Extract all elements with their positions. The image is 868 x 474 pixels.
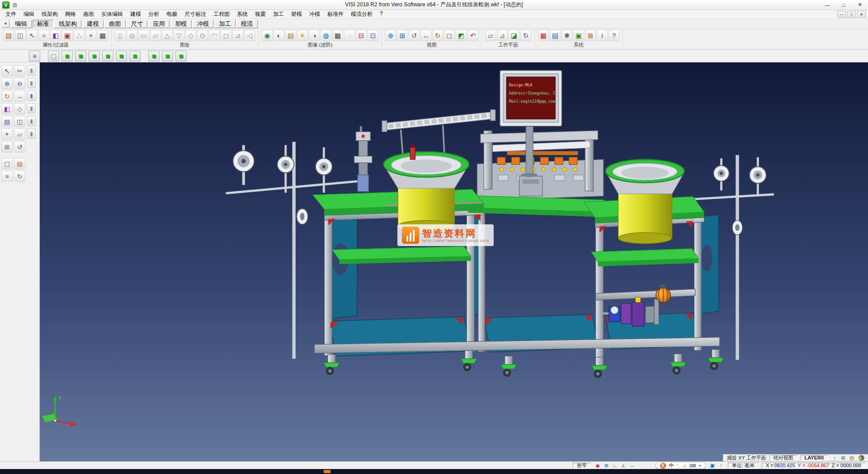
gfx-plane-icon[interactable]: ▱: [150, 30, 161, 41]
tab[interactable]: 模流: [236, 20, 258, 28]
dock-slot-2-icon[interactable]: ▮: [27, 78, 36, 88]
menu-item[interactable]: 系统: [233, 10, 251, 19]
menu-item[interactable]: 文件: [2, 10, 20, 19]
view-front-icon[interactable]: ◻: [444, 30, 455, 41]
dock-slot-1-icon[interactable]: ▮: [27, 65, 36, 76]
gfx-section-icon[interactable]: ◁: [244, 30, 255, 41]
menu-item[interactable]: 视窗: [251, 10, 269, 19]
sys-settings-icon[interactable]: ✱: [561, 30, 572, 41]
all-filter-icon[interactable]: ▦: [97, 30, 108, 41]
render-sphere-icon[interactable]: [859, 455, 864, 461]
pan-icon[interactable]: ↔: [420, 30, 431, 41]
img-capture-icon[interactable]: ⊡: [368, 30, 378, 41]
grid-panel-icon[interactable]: ⊞: [840, 455, 847, 461]
tab-dropdown-icon[interactable]: ▼: [2, 20, 9, 28]
clipboard-new-icon[interactable]: ▢: [1, 158, 13, 169]
view-cube-iso-icon[interactable]: ■: [61, 51, 73, 62]
dock-slot-4-icon[interactable]: ▮: [27, 103, 36, 114]
lock-field[interactable]: 拴牢: [573, 463, 591, 469]
tab[interactable]: 应用: [148, 20, 170, 28]
gfx-box-icon[interactable]: ▭: [138, 30, 149, 41]
mask-icon[interactable]: ◫: [14, 116, 25, 127]
view-cube-right-icon[interactable]: ■: [102, 51, 113, 62]
snap-magnet-icon[interactable]: ◉: [594, 462, 601, 469]
gfx-tube-icon[interactable]: ◎: [127, 30, 137, 41]
menu-item[interactable]: ?: [376, 10, 387, 19]
wireframe-mode-icon[interactable]: ◇: [14, 103, 25, 114]
img-light-icon[interactable]: ☀: [297, 30, 308, 41]
trim-icon[interactable]: ✂: [14, 65, 25, 76]
sys-help-icon[interactable]: ?: [609, 30, 619, 41]
attr-paint-icon[interactable]: ▨: [3, 30, 14, 41]
menu-item[interactable]: 冲模: [306, 10, 324, 19]
img-render-icon[interactable]: ◐: [274, 30, 284, 41]
img-clip-icon[interactable]: ⊟: [356, 30, 367, 41]
clipboard-open-icon[interactable]: ▤: [14, 158, 25, 169]
menu-item[interactable]: 塑模: [288, 10, 306, 19]
view-cube-left-icon[interactable]: ■: [116, 51, 127, 62]
zoom-prev-icon[interactable]: ↺: [409, 30, 420, 41]
tab[interactable]: 线架构: [54, 20, 81, 28]
gfx-sphere-icon[interactable]: ⊙: [197, 30, 208, 41]
rotate-view-icon[interactable]: ↻: [1, 90, 13, 102]
tab[interactable]: 冲模: [193, 20, 214, 28]
ime-logo-icon[interactable]: S: [660, 463, 666, 469]
ime-more-icon[interactable]: ▾: [699, 463, 701, 468]
tab[interactable]: 建模: [82, 20, 104, 28]
menu-item[interactable]: 曲面: [80, 10, 98, 19]
snap-ortho-icon[interactable]: ∟: [611, 462, 618, 469]
zoom-window-icon[interactable]: ⊞: [397, 30, 408, 41]
palette-icon[interactable]: ▤: [848, 455, 855, 461]
menu-item[interactable]: 编辑: [20, 10, 38, 19]
sys-colors-icon[interactable]: ▦: [538, 30, 549, 41]
mdi-restore-icon[interactable]: □: [847, 11, 856, 18]
snap-grid-icon[interactable]: ⊞: [1, 141, 13, 152]
menu-item[interactable]: 分析: [145, 10, 163, 19]
gfx-wedge-icon[interactable]: ⊿: [232, 30, 243, 41]
workplane-icon[interactable]: ▱: [14, 128, 25, 140]
sys-info-icon[interactable]: i: [597, 30, 608, 41]
menu-item[interactable]: 线架构: [38, 10, 61, 19]
tray-up-icon[interactable]: ↑: [831, 455, 838, 461]
gfx-diamond-icon[interactable]: ◇: [185, 30, 196, 41]
view-cube-dynamic-icon[interactable]: ■: [175, 51, 187, 62]
mdi-minimize-icon[interactable]: —: [837, 11, 846, 18]
wire-filter-icon[interactable]: ≈: [38, 30, 49, 41]
view-back-icon[interactable]: ↶: [467, 30, 478, 41]
gfx-cone-icon[interactable]: ▽: [174, 30, 184, 41]
tab[interactable]: 塑模: [170, 20, 192, 28]
view-cube-bottom-icon[interactable]: ■: [148, 51, 160, 62]
ime-punct-icon[interactable]: °,: [676, 463, 679, 468]
layers-icon[interactable]: ▤: [1, 116, 13, 127]
pan-view-icon[interactable]: ↔: [14, 90, 25, 102]
workplane-reset-icon[interactable]: ↻: [520, 30, 531, 41]
taskbar-app-peek[interactable]: [324, 470, 330, 473]
view-blank-icon[interactable]: ▢: [48, 51, 59, 62]
os-taskbar[interactable]: [0, 469, 868, 474]
notes-icon[interactable]: ≡: [1, 171, 13, 182]
ime-emoji-icon[interactable]: ☺: [682, 463, 687, 468]
gfx-cube-icon[interactable]: ◻: [221, 30, 231, 41]
ime-keyboard-icon[interactable]: ⌨: [689, 463, 696, 468]
gfx-prism-icon[interactable]: △: [162, 30, 173, 41]
img-texture-icon[interactable]: ▤: [285, 30, 296, 41]
surface-filter-icon[interactable]: ◧: [50, 30, 61, 41]
menu-item[interactable]: 实体编辑: [98, 10, 127, 19]
sys-screen-icon[interactable]: ▣: [573, 30, 584, 41]
sys-layers-icon[interactable]: ▤: [550, 30, 561, 41]
img-edges-icon[interactable]: ▦: [332, 30, 343, 41]
mdi-close-icon[interactable]: ✕: [857, 11, 866, 18]
menu-item[interactable]: 建模: [127, 10, 145, 19]
refresh-icon[interactable]: ↻: [14, 171, 25, 182]
dock-slot-6-icon[interactable]: ▮: [27, 128, 36, 139]
tab[interactable]: 曲面: [104, 20, 126, 28]
img-alpha-icon[interactable]: ◍: [321, 30, 331, 41]
measure-icon[interactable]: ⌖: [1, 128, 13, 140]
workplane-3pt-icon[interactable]: ⊿: [497, 30, 508, 41]
sys-select-icon[interactable]: ⊠: [585, 30, 596, 41]
snap-track-icon[interactable]: ↔: [628, 462, 636, 469]
shade-mode-icon[interactable]: ◧: [1, 103, 13, 114]
tab[interactable]: 编辑: [10, 20, 32, 28]
menu-item[interactable]: 尺寸标注: [181, 10, 210, 19]
tab[interactable]: 尺寸: [127, 20, 148, 28]
